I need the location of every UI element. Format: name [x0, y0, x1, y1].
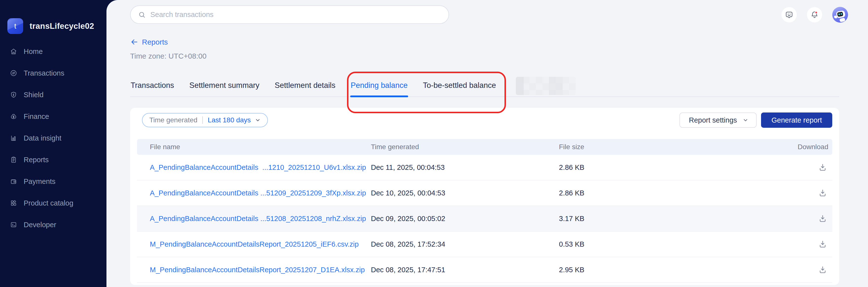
timezone-text: Time zone: UTC+08:00	[130, 52, 868, 61]
avatar[interactable]	[832, 7, 848, 23]
table-row: A_PendingBalanceAccountDetails ...51208_…	[137, 206, 832, 231]
sidebar-item-label: Product catalog	[24, 199, 73, 207]
sidebar-nav: Home Transactions Shield Finance Data in…	[0, 41, 106, 236]
sidebar-item-reports[interactable]: Reports	[0, 149, 106, 171]
reports-card: Time generated Last 180 days Report sett…	[130, 108, 839, 285]
table-row: M_PendingBalanceAccountDetailsReport_202…	[137, 257, 832, 283]
shield-icon	[10, 91, 17, 99]
sidebar-item-label: Payments	[24, 177, 56, 186]
tab-settlement-details[interactable]: Settlement details	[274, 76, 336, 97]
download-button[interactable]	[817, 187, 828, 199]
file-link[interactable]: A_PendingBalanceAccountDetails ...51208_…	[150, 215, 366, 222]
search-bar[interactable]	[130, 5, 449, 24]
tab-pending-balance[interactable]: Pending balance	[350, 76, 408, 97]
file-size-value: 2.86 KB	[559, 164, 764, 172]
sidebar-item-finance[interactable]: Finance	[0, 106, 106, 127]
filter-divider	[202, 116, 203, 124]
sidebar-item-label: Transactions	[24, 69, 64, 77]
topbar-actions	[781, 7, 848, 23]
search-icon	[138, 11, 146, 19]
time-generated-value: Dec 08, 2025, 17:47:51	[371, 266, 559, 274]
download-button[interactable]	[817, 264, 828, 276]
sidebar: t transLifecycle02 Home Transactions Shi…	[0, 0, 106, 287]
sidebar-item-label: Shield	[24, 91, 43, 99]
tab-settlement-summary[interactable]: Settlement summary	[189, 76, 260, 97]
home-icon	[10, 48, 17, 55]
data-insight-icon	[10, 134, 17, 142]
column-header-download: Download	[764, 143, 832, 151]
report-settings-label: Report settings	[689, 116, 737, 124]
breadcrumb-label: Reports	[142, 38, 168, 46]
brand-initial: t	[14, 22, 16, 30]
sidebar-item-label: Reports	[24, 156, 49, 164]
time-generated-value: Dec 09, 2025, 00:05:02	[371, 215, 559, 223]
download-icon	[818, 265, 827, 274]
toolbar-actions: Report settings Generate report	[679, 112, 832, 128]
sidebar-item-label: Home	[24, 47, 43, 56]
table-row: A_PendingBalanceAccountDetails ...51209_…	[137, 180, 832, 206]
sidebar-item-payments[interactable]: Payments	[0, 171, 106, 192]
transactions-icon	[10, 69, 17, 77]
search-input[interactable]	[150, 10, 434, 19]
table-header: File name Time generated File size Downl…	[137, 139, 832, 155]
file-link[interactable]: A_PendingBalanceAccountDetails ...51209_…	[150, 189, 366, 197]
brand-logo: t	[7, 18, 23, 34]
file-link[interactable]: M_PendingBalanceAccountDetailsReport_202…	[150, 266, 365, 274]
file-link[interactable]: A_PendingBalanceAccountDetails ...1210_2…	[150, 164, 366, 171]
generate-report-button[interactable]: Generate report	[761, 112, 832, 128]
sidebar-item-transactions[interactable]: Transactions	[0, 62, 106, 84]
developer-icon	[10, 221, 17, 228]
file-size-value: 0.53 KB	[559, 240, 764, 248]
download-button[interactable]	[817, 213, 828, 224]
robot-avatar-icon	[832, 7, 848, 23]
reports-table: File name Time generated File size Downl…	[137, 139, 832, 283]
download-icon	[818, 240, 827, 249]
notification-dot	[815, 11, 817, 13]
brand: t transLifecycle02	[0, 18, 106, 34]
download-button[interactable]	[817, 162, 828, 173]
main-panel: Reports Time zone: UTC+08:00 Transaction…	[106, 0, 868, 287]
product-catalog-icon	[10, 200, 17, 207]
notification-bell-icon	[810, 10, 819, 19]
time-generated-value: Dec 08, 2025, 17:52:34	[371, 240, 559, 248]
sidebar-item-label: Finance	[24, 112, 49, 120]
file-link[interactable]: M_PendingBalanceAccountDetailsReport_202…	[150, 240, 359, 248]
time-generated-value: Dec 10, 2025, 00:04:53	[371, 189, 559, 197]
generate-report-label: Generate report	[771, 116, 822, 124]
sidebar-item-label: Developer	[24, 221, 56, 229]
tab-transactions[interactable]: Transactions	[130, 76, 175, 97]
chevron-down-icon	[255, 117, 261, 123]
tab-bar: Transactions Settlement summary Settleme…	[130, 76, 839, 97]
download-button[interactable]	[817, 239, 828, 250]
download-icon	[818, 214, 827, 223]
table-row: A_PendingBalanceAccountDetails ...1210_2…	[137, 155, 832, 180]
column-header-file-name: File name	[137, 143, 371, 151]
feedback-button[interactable]	[781, 7, 797, 23]
file-size-value: 3.17 KB	[559, 215, 764, 223]
notifications-button[interactable]	[807, 7, 822, 23]
sidebar-item-shield[interactable]: Shield	[0, 84, 106, 106]
tab-to-be-settled-balance[interactable]: To-be-settled balance	[423, 76, 496, 97]
file-size-value: 2.86 KB	[559, 189, 764, 197]
report-settings-button[interactable]: Report settings	[679, 112, 756, 128]
topbar	[130, 5, 868, 24]
main-area: Reports Time zone: UTC+08:00 Transaction…	[106, 0, 868, 287]
file-size-value: 2.95 KB	[559, 266, 764, 274]
sidebar-item-developer[interactable]: Developer	[0, 214, 106, 236]
tab-redacted-blur[interactable]	[516, 77, 576, 95]
chevron-down-icon	[742, 117, 749, 123]
sidebar-item-data-insight[interactable]: Data insight	[0, 127, 106, 149]
sidebar-item-home[interactable]: Home	[0, 41, 106, 62]
feedback-icon	[785, 10, 794, 19]
back-arrow-icon	[130, 38, 138, 46]
sidebar-item-label: Data insight	[24, 134, 61, 142]
reports-icon	[10, 156, 17, 164]
filter-label: Time generated	[149, 116, 197, 124]
finance-icon	[10, 113, 17, 120]
download-icon	[818, 188, 827, 198]
filter-value: Last 180 days	[208, 116, 251, 124]
time-generated-filter[interactable]: Time generated Last 180 days	[142, 113, 268, 127]
breadcrumb-back[interactable]: Reports	[130, 37, 868, 47]
sidebar-item-product-catalog[interactable]: Product catalog	[0, 192, 106, 214]
brand-name: transLifecycle02	[30, 22, 94, 31]
